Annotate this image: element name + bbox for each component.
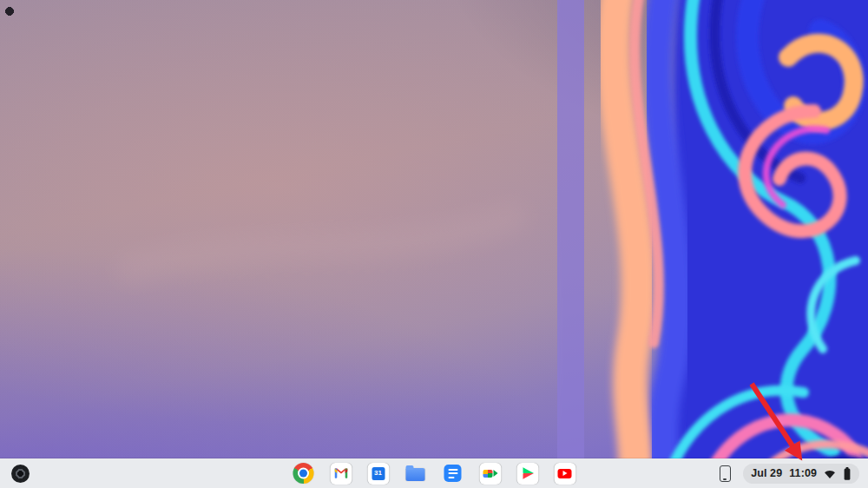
status-area: Jul 29 11:09 <box>713 462 863 485</box>
shelf-app-play-store[interactable] <box>516 461 540 485</box>
shelf: 31 <box>0 458 868 488</box>
files-icon <box>406 468 425 481</box>
chromeos-desktop: 31 <box>0 0 868 488</box>
youtube-play-glyph <box>558 469 572 478</box>
play-triangle-glyph <box>523 467 534 479</box>
chrome-icon <box>293 463 314 484</box>
shelf-app-gmail[interactable] <box>329 461 353 485</box>
wallpaper <box>0 0 868 488</box>
tray-time: 11:09 <box>789 467 817 479</box>
tray-date: Jul 29 <box>751 467 782 479</box>
system-tray[interactable]: Jul 29 11:09 <box>743 464 859 484</box>
meet-icon <box>479 463 501 485</box>
shelf-app-youtube[interactable] <box>553 461 577 485</box>
shelf-app-meet[interactable] <box>478 461 503 485</box>
play-store-icon <box>516 463 538 485</box>
wallpaper-swirls <box>0 0 868 488</box>
meet-camera-glyph <box>483 470 497 478</box>
battery-icon <box>843 467 852 480</box>
docs-icon <box>444 465 462 482</box>
calendar-day: 31 <box>374 470 382 477</box>
shelf-app-files[interactable] <box>404 461 428 485</box>
youtube-icon <box>554 463 575 485</box>
phone-hub-button[interactable] <box>713 462 736 485</box>
gmail-icon <box>330 463 352 485</box>
wifi-icon <box>824 468 836 479</box>
shelf-app-docs[interactable] <box>441 461 465 485</box>
calendar-icon: 31 <box>367 463 389 485</box>
phone-hub-icon <box>720 465 731 482</box>
shelf-app-calendar[interactable]: 31 <box>366 461 391 485</box>
launcher-button[interactable] <box>9 462 31 485</box>
shelf-apps: 31 <box>292 461 577 485</box>
shelf-app-chrome[interactable] <box>292 461 316 485</box>
calendar-glyph: 31 <box>372 467 385 480</box>
launcher-icon <box>11 465 30 483</box>
